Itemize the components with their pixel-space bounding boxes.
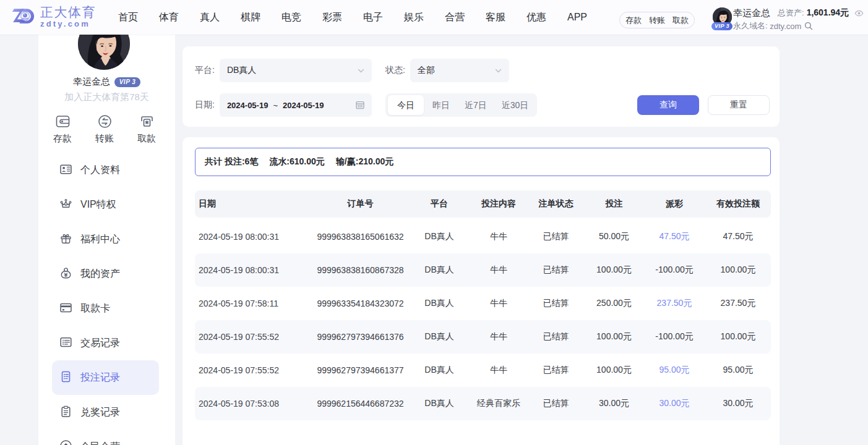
sidebar-vip-badge: VIP 3	[114, 77, 140, 87]
column-header: 平台	[408, 198, 470, 210]
nav-item-esports[interactable]: 电竞	[271, 11, 312, 24]
cell-payout: 237.50元	[643, 298, 705, 309]
header-withdraw-button[interactable]: 取款	[672, 15, 689, 26]
table-row[interactable]: 2024-05-19 07:53:08999962156446687232DB真…	[195, 387, 771, 420]
my-assets-icon	[59, 266, 72, 282]
sidebar-item-bet-records[interactable]: 投注记录	[52, 360, 159, 395]
calendar-icon	[356, 101, 364, 109]
table-row[interactable]: 2024-05-19 08:00:31999963838160867328DB真…	[195, 253, 771, 287]
cell-order: 999963838160867328	[312, 265, 408, 275]
sidebar: 幸运金总 VIP 3 加入正大体育第78天 存款转账取款 个人资料VIP特权福利…	[38, 35, 175, 445]
nav-item-partnership[interactable]: 合营	[434, 11, 475, 24]
nav-item-promo[interactable]: 优惠	[516, 11, 557, 24]
date-range-input[interactable]: 2024-05-19 ~ 2024-05-19	[220, 93, 372, 117]
nav-item-entertainment[interactable]: 娱乐	[393, 11, 434, 24]
menu-label: 投注记录	[80, 371, 120, 384]
date-label: 日期:	[195, 100, 215, 111]
nav-item-app[interactable]: APP	[557, 12, 598, 23]
brand-logo[interactable]: 正大体育 zdty.com	[9, 4, 96, 30]
sidebar-item-profile[interactable]: 个人资料	[52, 153, 159, 187]
menu-label: 个人资料	[80, 164, 120, 177]
date-separator: ~	[273, 101, 278, 110]
cell-content: 牛牛	[470, 231, 527, 242]
sidebar-item-vip-privilege[interactable]: VIP特权	[52, 187, 159, 222]
sidebar-item-welfare-center[interactable]: 福利中心	[52, 222, 159, 256]
header-transfer-button[interactable]: 转账	[649, 15, 665, 26]
status-select[interactable]: 全部	[410, 59, 509, 82]
sidebar-quick-actions: 存款转账取款	[43, 114, 166, 145]
column-header: 日期	[195, 198, 312, 210]
range-last7days[interactable]: 近7日	[457, 95, 494, 115]
partnership-icon	[59, 439, 72, 445]
profile-icon	[59, 163, 72, 178]
header-deposit-button[interactable]: 存款	[625, 15, 642, 26]
cell-payout: -100.00元	[643, 265, 705, 276]
table-row[interactable]: 2024-05-19 07:55:52999962797394661376DB真…	[195, 320, 771, 354]
cell-payout: 95.00元	[643, 365, 705, 376]
sidebar-item-redeem-records[interactable]: 兑奖记录	[52, 395, 159, 430]
cell-status: 已结算	[527, 265, 585, 276]
deposit-icon	[55, 114, 71, 129]
quick-withdraw[interactable]: 取款	[127, 114, 166, 145]
cell-bet: 250.00元	[585, 298, 643, 309]
nav-item-home[interactable]: 首页	[108, 11, 148, 24]
cell-platform: DB真人	[408, 265, 470, 276]
sidebar-item-partnership[interactable]: 全民合营	[52, 430, 159, 445]
menu-label: 兑奖记录	[80, 406, 120, 419]
quick-label: 存款	[53, 133, 72, 145]
search-button[interactable]: 查询	[637, 95, 699, 115]
nav-item-live[interactable]: 真人	[189, 11, 230, 24]
status-value: 全部	[418, 65, 435, 76]
nav-item-chess[interactable]: 棋牌	[230, 11, 271, 24]
nav-item-slots[interactable]: 电子	[353, 11, 393, 24]
sidebar-item-withdraw-card[interactable]: 取款卡	[52, 291, 159, 326]
menu-label: 交易记录	[80, 337, 120, 350]
cell-valid: 100.00元	[705, 265, 771, 276]
status-label: 状态:	[385, 65, 405, 76]
user-area[interactable]: VIP 3	[712, 7, 733, 30]
cell-date: 2024-05-19 07:58:11	[195, 299, 312, 308]
range-today[interactable]: 今日	[388, 95, 424, 115]
cell-valid: 237.50元	[705, 298, 771, 309]
search-icon[interactable]	[804, 22, 813, 30]
column-header: 注单状态	[527, 198, 585, 210]
transaction-records-icon	[59, 336, 72, 351]
cell-date: 2024-05-19 08:00:31	[195, 265, 312, 275]
domain-value: zdty.com	[770, 22, 801, 31]
table-row[interactable]: 2024-05-19 08:00:31999963838165061632DB真…	[195, 220, 771, 253]
brand-logo-icon	[9, 4, 37, 30]
platform-select[interactable]: DB真人	[220, 59, 372, 82]
vip-privilege-icon	[59, 197, 72, 213]
quick-deposit[interactable]: 存款	[43, 114, 82, 145]
range-yesterday[interactable]: 昨日	[425, 95, 457, 115]
nav-item-service[interactable]: 客服	[475, 11, 516, 24]
bet-records-table: 日期订单号平台投注内容注单状态投注派彩有效投注额 2024-05-19 08:0…	[195, 190, 771, 420]
cell-order: 999963354184323072	[312, 299, 408, 308]
cell-payout: -100.00元	[643, 331, 705, 342]
quick-label: 取款	[137, 133, 156, 145]
cell-payout: 47.50元	[643, 231, 705, 242]
sidebar-item-my-assets[interactable]: 我的资产	[52, 256, 159, 291]
column-header: 投注内容	[470, 198, 527, 210]
table-row[interactable]: 2024-05-19 07:58:11999963354184323072DB真…	[195, 287, 771, 320]
top-header: 正大体育 zdty.com 首页体育真人棋牌电竞彩票电子娱乐合营客服优惠APP …	[0, 0, 868, 35]
range-last30days[interactable]: 近30日	[494, 95, 536, 115]
eye-icon[interactable]	[854, 9, 864, 18]
cell-bet: 100.00元	[585, 365, 643, 376]
welfare-center-icon	[59, 232, 72, 247]
date-to: 2024-05-19	[283, 101, 324, 110]
cell-date: 2024-05-19 07:55:52	[195, 365, 312, 375]
nav-item-lottery[interactable]: 彩票	[312, 11, 353, 24]
quick-transfer[interactable]: 转账	[85, 114, 124, 145]
table-row[interactable]: 2024-05-19 07:55:52999962797394661377DB真…	[195, 354, 771, 387]
sidebar-item-transaction-records[interactable]: 交易记录	[52, 326, 159, 360]
summary-count: 共计 投注:6笔	[205, 156, 258, 166]
cell-status: 已结算	[527, 298, 585, 309]
reset-button[interactable]: 重置	[708, 95, 770, 115]
cell-status: 已结算	[527, 398, 585, 409]
cell-order: 999962797394661377	[312, 365, 408, 375]
withdraw-card-icon	[59, 301, 72, 316]
cell-bet: 30.00元	[585, 398, 643, 409]
username: 幸运金总	[733, 7, 770, 19]
nav-item-sports[interactable]: 体育	[148, 11, 189, 24]
